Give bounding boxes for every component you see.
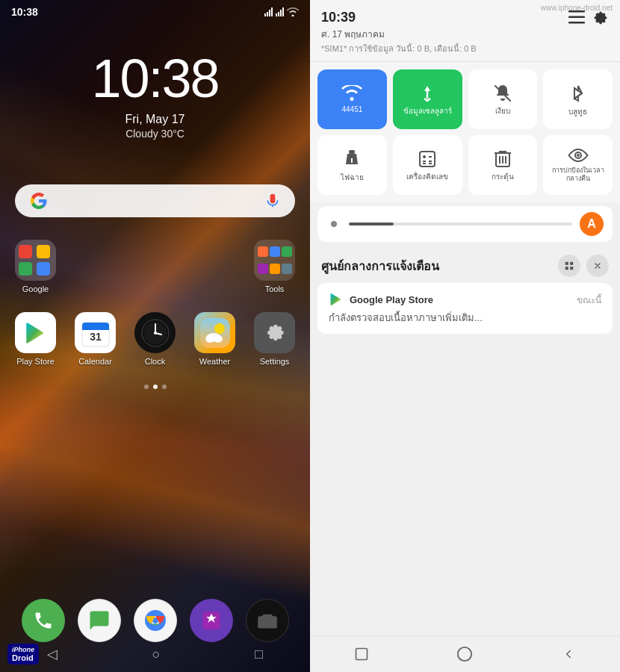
toggle-silent[interactable]: เงียบ	[468, 69, 538, 129]
bottom-dock	[0, 599, 310, 642]
left-status-bar: 10:38	[0, 0, 310, 18]
silent-toggle-icon	[493, 84, 512, 103]
app-icon-playstore[interactable]: Play Store	[11, 312, 60, 366]
toggle-trash[interactable]: กระตุ้น	[468, 135, 538, 195]
svg-rect-20	[568, 22, 585, 24]
silent-toggle-label: เงียบ	[495, 107, 510, 116]
wifi-toggle-label: 44451	[341, 105, 362, 114]
page-dot-1	[144, 385, 149, 389]
notification-card[interactable]: Google Play Store ขณะนี้ กำลังตรวจสอบเนื…	[317, 283, 613, 334]
svg-rect-44	[570, 267, 573, 270]
notification-content: กำลังตรวจสอบเนื้อหาภาษาเพิ่มเติม...	[329, 311, 601, 325]
app-icon-google[interactable]: Google	[11, 240, 60, 293]
notification-close-button[interactable]	[586, 255, 609, 277]
right-nav-back[interactable]	[559, 645, 577, 663]
left-panel: 10:38 10:38	[0, 0, 310, 672]
calculator-toggle-icon	[418, 149, 437, 169]
website-label: www.iphone-droid.net	[541, 4, 613, 12]
toggle-calculator[interactable]: เครื่องคิดเลข	[393, 135, 462, 195]
weather-display: Cloudy 30°C	[0, 128, 310, 140]
brightness-control: A	[317, 206, 613, 242]
right-panel: www.iphone-droid.net 10:39 ศ. 17 พฤษภาคม…	[310, 0, 620, 672]
notification-settings-button[interactable]	[558, 255, 580, 277]
svg-rect-23	[349, 150, 355, 154]
app-icon-settings[interactable]: Settings	[250, 312, 299, 366]
dock-photos[interactable]	[190, 599, 233, 642]
svg-point-10	[214, 323, 225, 334]
flashlight-toggle-icon	[344, 149, 360, 169]
main-clock: 10:38	[0, 48, 310, 109]
google-search-bar[interactable]	[15, 184, 295, 217]
left-nav-back[interactable]: ◁	[47, 646, 58, 662]
weather-label: Weather	[199, 357, 230, 366]
date-display: Fri, May 17	[0, 113, 310, 126]
dock-chrome[interactable]	[134, 599, 177, 642]
svg-rect-25	[420, 152, 435, 167]
svg-point-39	[577, 154, 580, 157]
flashlight-toggle-label: ไฟฉาย	[341, 173, 364, 182]
right-nav-recent[interactable]	[353, 645, 371, 663]
notification-center-title: ศูนย์กลางการแจ้งเตือน	[321, 257, 439, 276]
signal2-icon	[276, 7, 284, 16]
app-icon-clock[interactable]: Clock	[131, 312, 179, 366]
toggle-flashlight[interactable]: ไฟฉาย	[317, 135, 387, 195]
brightness-slider[interactable]	[349, 223, 572, 225]
playstore-notification-icon	[329, 292, 344, 307]
wifi-toggle-icon	[341, 85, 362, 102]
watermark: iPhone Droid	[7, 644, 39, 665]
svg-rect-2	[82, 328, 109, 330]
eye-toggle-label: การปกป้องในเวลากลางคืน	[549, 167, 607, 183]
cellular-toggle-label: ข้อมูลเซลลูลาร์	[403, 107, 452, 116]
right-navbar	[310, 635, 620, 672]
dock-camera[interactable]	[246, 599, 289, 642]
eye-toggle-icon	[568, 148, 589, 163]
left-status-icons	[264, 7, 299, 16]
settings-label: Settings	[260, 357, 290, 366]
toggle-cellular[interactable]: ข้อมูลเซลลูลาร์	[393, 69, 462, 129]
svg-point-46	[458, 647, 471, 661]
page-indicators	[0, 385, 310, 389]
svg-rect-43	[565, 267, 568, 270]
app-grid-row1: Google Tools	[0, 232, 310, 301]
menu-icon[interactable]	[568, 10, 585, 24]
notification-app-name: Google Play Store	[350, 294, 433, 305]
google-logo	[30, 192, 48, 210]
page-dot-2	[153, 385, 158, 389]
app-icon-weather[interactable]: Weather	[190, 312, 239, 366]
svg-rect-19	[568, 16, 585, 19]
app-icon-tools[interactable]: Tools	[250, 240, 299, 293]
home-circle-icon	[456, 646, 473, 662]
right-nav-home[interactable]	[456, 645, 474, 663]
left-navbar: ◁ ○ □	[0, 642, 310, 666]
left-nav-recent[interactable]: □	[255, 647, 263, 662]
account-button[interactable]: A	[580, 212, 604, 236]
tools-folder-label: Tools	[265, 284, 285, 293]
quick-toggles-grid: 44451 ข้อมูลเซลลูลาร์ เงียบ	[310, 62, 620, 202]
app-grid-row2: Play Store 31 Calendar	[0, 305, 310, 373]
google-folder-label: Google	[22, 284, 49, 293]
app-icon-calendar[interactable]: 31 Calendar	[71, 312, 120, 366]
toggle-eye[interactable]: การปกป้องในเวลากลางคืน	[543, 135, 613, 195]
svg-rect-41	[565, 262, 568, 265]
watermark-line2: Droid	[12, 653, 34, 662]
bluetooth-toggle-label: บลูทูธ	[568, 108, 587, 116]
left-nav-home[interactable]: ○	[152, 647, 161, 662]
svg-text:31: 31	[90, 331, 102, 343]
notification-time: ขณะนี้	[577, 293, 601, 307]
svg-point-12	[205, 335, 214, 343]
toggle-bluetooth[interactable]: บลูทูธ	[543, 69, 613, 129]
page-dot-3	[162, 385, 167, 389]
dock-messages[interactable]	[78, 599, 121, 642]
playstore-label: Play Store	[16, 357, 55, 366]
svg-rect-42	[570, 262, 573, 265]
toggle-wifi[interactable]: 44451	[317, 69, 387, 129]
svg-point-13	[214, 335, 223, 343]
notification-close-icon	[593, 261, 602, 270]
notification-actions	[558, 255, 609, 277]
trash-toggle-label: กระตุ้น	[492, 172, 514, 181]
dock-phone[interactable]	[22, 599, 65, 642]
right-status-time: 10:39	[321, 10, 356, 25]
notification-center-header: ศูนย์กลางการแจ้งเตือน	[310, 246, 620, 283]
calendar-label: Calendar	[78, 357, 112, 366]
right-sim-info: *SIM1* การใช้ข้อมูล วันนี้: 0 B, เดือนนี…	[321, 42, 609, 55]
